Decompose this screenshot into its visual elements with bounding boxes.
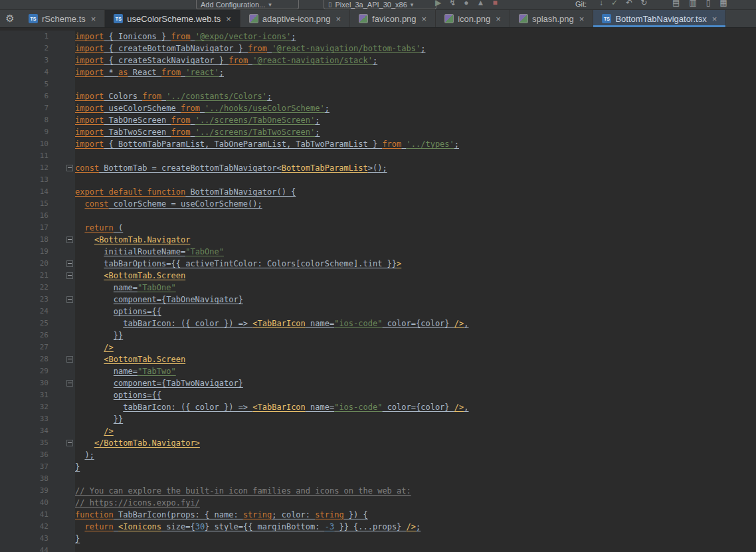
code-line[interactable]: 43} — [0, 533, 756, 545]
code-line[interactable]: 44 — [0, 545, 756, 552]
fold-marker-icon[interactable] — [66, 380, 73, 387]
code-line[interactable]: 42 return <Ionicons size={30} style={{ m… — [0, 521, 756, 533]
gutter[interactable]: 21 — [0, 270, 75, 282]
line-number[interactable]: 12 — [0, 162, 51, 174]
rollback-icon[interactable]: ↶ — [626, 0, 632, 7]
code-line[interactable]: 20 tabBarOptions={{ activeTintColor: Col… — [0, 258, 756, 270]
gutter[interactable]: 27 — [0, 341, 75, 353]
code-line[interactable]: 19 initialRouteName="TabOne" — [0, 246, 756, 258]
tab-splash-png[interactable]: splash.png× — [510, 10, 593, 27]
gutter[interactable]: 38 — [0, 473, 75, 485]
profiler-icon[interactable]: ▲ — [477, 0, 485, 7]
line-number[interactable]: 22 — [0, 282, 51, 294]
code-line[interactable]: 39// You can explore the built-in icon f… — [0, 485, 756, 497]
code-line[interactable]: 14export default function BottomTabNavig… — [0, 186, 756, 198]
gutter[interactable]: 40 — [0, 497, 75, 509]
close-tab-icon[interactable]: × — [712, 14, 717, 24]
fold-marker-icon[interactable] — [66, 236, 73, 243]
line-number[interactable]: 32 — [0, 401, 51, 413]
code-line[interactable]: 22 name="TabOne" — [0, 282, 756, 294]
close-tab-icon[interactable]: × — [91, 14, 96, 24]
code-line[interactable]: 35 </BottomTab.Navigator> — [0, 437, 756, 449]
gutter[interactable]: 26 — [0, 329, 75, 341]
gutter[interactable]: 36 — [0, 449, 75, 461]
code-line[interactable]: 17 return ( — [0, 222, 756, 234]
code-line[interactable]: 25 tabBarIcon: ({ color }) => <TabBarIco… — [0, 318, 756, 329]
code-line[interactable]: 41function TabBarIcon(props: { name: str… — [0, 509, 756, 521]
emulator-icon[interactable]: ▯ — [706, 0, 711, 7]
tab-icon-png[interactable]: icon.png× — [436, 10, 510, 27]
gutter[interactable]: 22 — [0, 282, 75, 294]
gutter[interactable]: 39 — [0, 485, 75, 497]
gutter[interactable]: 25 — [0, 318, 75, 329]
run-configuration-select[interactable]: Add Configuration... ▾ — [196, 0, 299, 9]
line-number[interactable]: 42 — [0, 521, 51, 533]
line-number[interactable]: 41 — [0, 509, 51, 521]
close-tab-icon[interactable]: × — [422, 14, 427, 24]
line-number[interactable]: 31 — [0, 389, 51, 401]
gutter[interactable]: 32 — [0, 401, 75, 413]
gutter[interactable]: 5 — [0, 78, 75, 90]
gutter[interactable]: 13 — [0, 174, 75, 186]
code-line[interactable]: 5 — [0, 78, 756, 90]
code-line[interactable]: 3import { createStackNavigator } from '@… — [0, 54, 756, 66]
line-number[interactable]: 17 — [0, 222, 51, 234]
gutter[interactable]: 11 — [0, 150, 75, 162]
line-number[interactable]: 2 — [0, 43, 51, 54]
gutter[interactable]: 8 — [0, 114, 75, 126]
tab-adaptive-icon-png[interactable]: adaptive-icon.png× — [240, 10, 350, 27]
code-line[interactable]: 10import { BottomTabParamList, TabOnePar… — [0, 138, 756, 150]
gutter[interactable]: 35 — [0, 437, 75, 449]
code-line[interactable]: 7import useColorScheme from '../hooks/us… — [0, 102, 756, 114]
tab-rscheme-ts[interactable]: TSrScheme.ts× — [20, 10, 105, 27]
debug-icon[interactable]: ● — [464, 0, 468, 7]
line-number[interactable]: 35 — [0, 437, 51, 449]
line-number[interactable]: 11 — [0, 150, 51, 162]
line-number[interactable]: 36 — [0, 449, 51, 461]
line-number[interactable]: 38 — [0, 473, 51, 485]
gutter[interactable]: 37 — [0, 461, 75, 473]
code-line[interactable]: 9import TabTwoScreen from '../screens/Ta… — [0, 126, 756, 138]
code-line[interactable]: 8import TabOneScreen from '../screens/Ta… — [0, 114, 756, 126]
gutter[interactable]: 29 — [0, 365, 75, 377]
close-tab-icon[interactable]: × — [579, 14, 585, 24]
line-number[interactable]: 14 — [0, 186, 51, 198]
line-number[interactable]: 15 — [0, 198, 51, 210]
code-line[interactable]: 13 — [0, 174, 756, 186]
line-number[interactable]: 13 — [0, 174, 51, 186]
line-number[interactable]: 39 — [0, 485, 51, 497]
gutter[interactable]: 15 — [0, 198, 75, 210]
line-number[interactable]: 29 — [0, 365, 51, 377]
gutter[interactable]: 43 — [0, 533, 75, 545]
gutter[interactable]: 18 — [0, 234, 75, 246]
line-number[interactable]: 24 — [0, 306, 51, 318]
code-line[interactable]: 38 — [0, 473, 756, 485]
line-number[interactable]: 18 — [0, 234, 51, 246]
code-line[interactable]: 4import * as React from 'react'; — [0, 66, 756, 78]
code-line[interactable]: 37} — [0, 461, 756, 473]
code-line[interactable]: 15 const colorScheme = useColorScheme(); — [0, 198, 756, 210]
line-number[interactable]: 20 — [0, 258, 51, 270]
line-number[interactable]: 43 — [0, 533, 51, 545]
device-select[interactable]: ▯ Pixel_3a_API_30_x86 ▾ — [324, 0, 436, 9]
close-tab-icon[interactable]: × — [226, 14, 231, 24]
close-tab-icon[interactable]: × — [335, 14, 341, 24]
gutter[interactable]: 16 — [0, 210, 75, 222]
line-number[interactable]: 10 — [0, 138, 51, 150]
line-number[interactable]: 6 — [0, 90, 51, 102]
fold-marker-icon[interactable] — [66, 356, 73, 363]
gutter[interactable]: 31 — [0, 389, 75, 401]
line-number[interactable]: 16 — [0, 210, 51, 222]
tab-usecolorscheme-web-ts[interactable]: TSuseColorScheme.web.ts× — [105, 10, 240, 27]
line-number[interactable]: 40 — [0, 497, 51, 509]
line-number[interactable]: 4 — [0, 66, 51, 78]
line-number[interactable]: 30 — [0, 377, 51, 389]
device-manager-icon[interactable]: ▤ — [672, 0, 680, 7]
code-line[interactable]: 29 name="TabTwo" — [0, 365, 756, 377]
gutter[interactable]: 30 — [0, 377, 75, 389]
gutter[interactable]: 33 — [0, 413, 75, 425]
stop-icon[interactable]: ■ — [492, 0, 497, 7]
code-line[interactable]: 1import { Ionicons } from '@expo/vector-… — [0, 31, 756, 43]
gutter[interactable]: 19 — [0, 246, 75, 258]
update-project-icon[interactable]: ↓ — [599, 0, 603, 7]
